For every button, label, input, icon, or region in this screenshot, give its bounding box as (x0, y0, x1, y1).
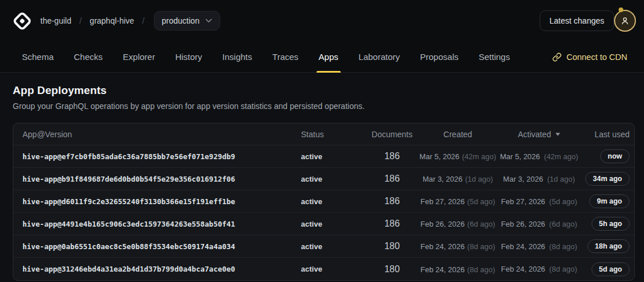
last-used-cell: now (581, 149, 630, 163)
main-content: App Deployments Group your GraphQL opera… (0, 73, 644, 281)
last-used-badge: 18h ago (587, 239, 630, 253)
created-cell: Feb 24, 2026 (8d ago) (419, 241, 497, 251)
user-avatar[interactable] (614, 10, 636, 32)
page-description: Group your GraphQL operations by app ver… (13, 101, 635, 111)
last-used-cell: 18h ago (581, 239, 630, 253)
hive-logo[interactable] (12, 10, 32, 31)
created-cell: Feb 26, 2026 (6d ago) (419, 219, 497, 229)
app-deployments-table: App@Version Status Documents Created Act… (13, 123, 635, 281)
column-header-created: Created (419, 130, 497, 139)
target-selector-value: production (162, 16, 199, 25)
tab-insights[interactable]: Insights (222, 42, 253, 72)
activated-cell: Feb 24, 2026 (8d ago) (497, 265, 581, 273)
column-header-app-version: App@Version (18, 130, 296, 139)
tab-apps[interactable]: Apps (318, 42, 339, 72)
app-version-cell: hive-app@d6011f9c2e32655240f3130b366e15f… (18, 197, 296, 206)
tab-schema[interactable]: Schema (21, 42, 54, 72)
app-version-cell: hive-app@0ab6551c0aec8c5e0b88f3534ebc509… (18, 242, 296, 251)
tab-settings[interactable]: Settings (478, 42, 510, 72)
activated-cell: Mar 3, 2026 (1d ago) (497, 175, 581, 183)
top-bar: the-guild / graphql-hive / production La… (0, 0, 644, 42)
app-version-cell: hive-app@4491e4b165c906c3edc1597364263e5… (18, 220, 296, 228)
link-icon (552, 52, 562, 62)
last-used-badge: 5d ago (592, 262, 630, 276)
topbar-right: Latest changes (540, 10, 636, 32)
sort-descending-icon (555, 133, 560, 136)
last-used-badge: 9m ago (589, 194, 630, 208)
tab-explorer[interactable]: Explorer (122, 42, 156, 72)
last-used-cell: 5d ago (581, 262, 630, 276)
app-header: the-guild / graphql-hive / production La… (0, 0, 644, 73)
connect-to-cdn-label: Connect to CDN (566, 52, 627, 62)
tab-bar: Schema Checks Explorer History Insights … (0, 42, 644, 73)
status-cell: active (296, 152, 366, 161)
table-row[interactable]: hive-app@d6011f9c2e32655240f3130b366e15f… (13, 190, 634, 213)
breadcrumb-project[interactable]: graphql-hive (90, 16, 134, 25)
table-row[interactable]: hive-app@ef7cb0fb85ada6c36a7885bb7e56ef0… (13, 145, 634, 168)
table-row[interactable]: hive-app@0ab6551c0aec8c5e0b88f3534ebc509… (13, 235, 634, 258)
latest-changes-label: Latest changes (549, 16, 604, 25)
hive-logo-icon (12, 10, 32, 31)
last-used-cell: 5h ago (581, 217, 630, 231)
notification-dot (619, 7, 623, 12)
tab-laboratory[interactable]: Laboratory (358, 42, 401, 72)
created-cell: Mar 5, 2026 (42m ago) (419, 151, 497, 161)
column-header-status: Status (296, 130, 366, 139)
documents-cell: 186 (366, 196, 419, 206)
documents-cell: 180 (366, 241, 419, 251)
status-cell: active (296, 220, 366, 228)
last-used-badge: 5h ago (592, 217, 630, 231)
app-version-cell: hive-app@31246ebd4a31ea2b4d1d37b799d0a4b… (18, 265, 296, 273)
tab-history[interactable]: History (175, 42, 203, 72)
table-header-row: App@Version Status Documents Created Act… (13, 123, 634, 145)
status-cell: active (296, 175, 366, 183)
last-used-cell: 9m ago (581, 194, 630, 208)
tab-checks[interactable]: Checks (73, 42, 103, 72)
column-header-documents: Documents (366, 130, 419, 139)
activated-cell: Feb 26, 2026 (6d ago) (497, 220, 581, 228)
user-icon (620, 16, 630, 26)
status-cell: active (296, 265, 366, 273)
activated-cell: Feb 27, 2026 (5d ago) (497, 197, 581, 206)
tab-traces[interactable]: Traces (272, 42, 299, 72)
documents-cell: 186 (366, 151, 419, 161)
target-selector[interactable]: production (154, 11, 220, 31)
latest-changes-button[interactable]: Latest changes (540, 10, 614, 31)
documents-cell: 180 (366, 264, 419, 275)
breadcrumb-separator: / (80, 16, 82, 25)
documents-cell: 186 (366, 174, 419, 184)
tab-proposals[interactable]: Proposals (420, 42, 460, 72)
created-cell: Mar 3, 2026 (1d ago) (419, 174, 497, 184)
tabs: Schema Checks Explorer History Insights … (21, 42, 510, 72)
last-used-cell: 34m ago (581, 172, 630, 186)
activated-cell: Mar 5, 2026 (42m ago) (497, 152, 581, 161)
status-cell: active (296, 242, 366, 251)
connect-to-cdn-link[interactable]: Connect to CDN (552, 42, 627, 72)
page-title: App Deployments (13, 84, 635, 97)
status-cell: active (296, 197, 366, 206)
last-used-badge: 34m ago (585, 172, 630, 186)
table-row[interactable]: hive-app@4491e4b165c906c3edc1597364263e5… (13, 213, 634, 235)
app-version-cell: hive-app@ef7cb0fb85ada6c36a7885bb7e56ef0… (18, 152, 296, 161)
column-header-activated[interactable]: Activated (497, 130, 581, 139)
breadcrumb-org[interactable]: the-guild (40, 16, 71, 25)
activated-cell: Feb 24, 2026 (8d ago) (497, 242, 581, 251)
table-row[interactable]: hive-app@31246ebd4a31ea2b4d1d37b799d0a4b… (13, 258, 634, 280)
last-used-badge: now (600, 149, 630, 163)
column-header-last-used: Last used (581, 130, 630, 139)
chevron-down-icon (205, 18, 212, 23)
created-cell: Feb 24, 2026 (8d ago) (419, 264, 497, 275)
documents-cell: 186 (366, 219, 419, 229)
table-row[interactable]: hive-app@b91f849687de6d0bd0b54f5e29e356c… (13, 168, 634, 190)
breadcrumb-separator: / (142, 16, 145, 25)
app-version-cell: hive-app@b91f849687de6d0bd0b54f5e29e356c… (18, 175, 296, 183)
breadcrumb: the-guild / graphql-hive / production (40, 11, 220, 31)
created-cell: Feb 27, 2026 (5d ago) (419, 196, 497, 206)
